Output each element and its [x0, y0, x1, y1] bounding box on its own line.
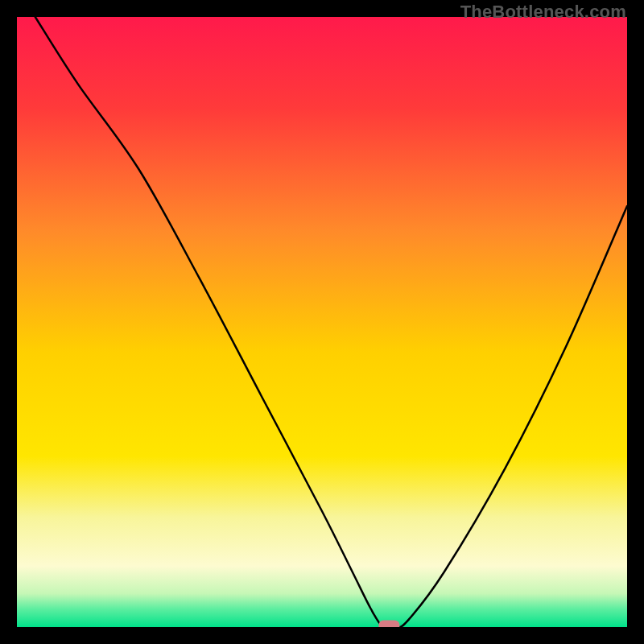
- chart-svg: [17, 17, 627, 627]
- gradient-background: [17, 17, 627, 627]
- chart-frame: TheBottleneck.com: [0, 0, 644, 644]
- plot-area: [17, 17, 627, 627]
- optimal-marker: [378, 621, 399, 628]
- watermark-text: TheBottleneck.com: [460, 2, 626, 23]
